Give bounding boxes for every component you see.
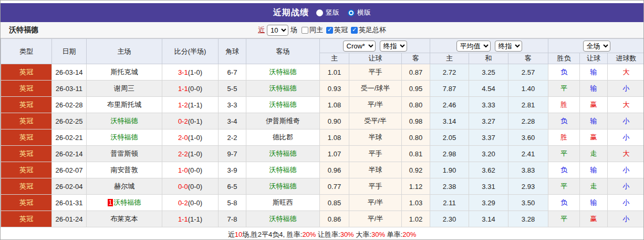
avg-draw: 3.62 bbox=[469, 162, 508, 178]
subcol-result-handicap: 让球 bbox=[580, 53, 608, 64]
recent-count-select[interactable]: 10 bbox=[267, 25, 288, 36]
avg-final-select[interactable]: 终指 bbox=[495, 41, 522, 52]
corner-score: 3-4 bbox=[219, 113, 246, 129]
corner-score: 6-7 bbox=[219, 64, 246, 81]
fulltime-score: 0-2 bbox=[178, 117, 188, 125]
match-score: 3-1(1-0) bbox=[162, 64, 219, 81]
avg-draw: 3.31 bbox=[469, 178, 508, 195]
checkbox-cup[interactable]: 英足总杯 bbox=[351, 25, 386, 35]
subcol-odds-handicap: 让球 bbox=[349, 53, 402, 64]
header-row-selects: 类型 日期 主场 比分(半场) 角球 客场 Crow* 终指 bbox=[1, 39, 644, 53]
match-date: 26-02-14 bbox=[52, 146, 87, 162]
checkbox-cup-icon bbox=[351, 27, 358, 34]
recent-link[interactable]: 近 bbox=[258, 25, 265, 35]
home-team: 1沃特福德 bbox=[87, 195, 162, 211]
controls-bar: 沃特福德 近 10 场 同主英冠英足总杯 bbox=[1, 22, 643, 38]
away-team-name: 沃特福德 bbox=[269, 215, 297, 223]
crow-final-select[interactable]: 终指 bbox=[380, 41, 407, 52]
fulltime-header-group: 全场 bbox=[548, 39, 644, 53]
avg-away: 3.28 bbox=[508, 211, 548, 227]
fulltime-score: 0-2 bbox=[178, 199, 188, 207]
league-badge: 英冠 bbox=[1, 146, 52, 162]
result-handicap: 赢 bbox=[580, 211, 608, 227]
away-team-name: 沃特福德 bbox=[269, 166, 297, 174]
average-header-group: 平均值 终指 bbox=[430, 39, 548, 53]
average-select[interactable]: 平均值 bbox=[456, 41, 491, 52]
team-name: 沃特福德 bbox=[9, 25, 38, 35]
radio-vertical[interactable]: 竖版 bbox=[316, 8, 339, 17]
checkbox-cup-label: 英足总杯 bbox=[359, 25, 386, 35]
home-team-name: 普雷斯顿 bbox=[111, 149, 138, 157]
avg-home: 2.72 bbox=[430, 64, 469, 81]
odds-home: 0.77 bbox=[320, 178, 349, 195]
result-outcome: 平 bbox=[548, 146, 580, 162]
table-row: 英冠26-03-11谢周三1-1(0-0)5-5沃特福德0.93受一/球半0.9… bbox=[1, 81, 644, 97]
summary-part-3: 20% bbox=[302, 231, 316, 238]
home-team: 南安普敦 bbox=[87, 162, 162, 178]
match-date: 26-03-11 bbox=[52, 81, 87, 97]
result-outcome: 负 bbox=[548, 195, 580, 211]
league-badge: 英冠 bbox=[1, 211, 52, 227]
summary-part-7: 30% bbox=[371, 231, 385, 238]
odds-home: 0.85 bbox=[320, 195, 349, 211]
result-outcome: 平 bbox=[548, 211, 580, 227]
fulltime-score: 1-2 bbox=[178, 101, 188, 109]
league-badge: 英冠 bbox=[1, 178, 52, 195]
halftime-score: (1-1) bbox=[188, 215, 202, 223]
fulltime-select[interactable]: 全场 bbox=[583, 41, 610, 52]
home-team-name: 斯托克城 bbox=[111, 68, 138, 76]
radio-horizontal[interactable]: 横版 bbox=[348, 8, 371, 17]
checkbox-same-home[interactable]: 同主 bbox=[302, 25, 323, 35]
corner-score: 3-9 bbox=[219, 162, 246, 178]
avg-home: 2.05 bbox=[430, 129, 469, 146]
corner-score: 7-8 bbox=[219, 211, 246, 227]
home-team-name: 赫尔城 bbox=[114, 182, 134, 190]
avg-draw: 3.20 bbox=[469, 146, 508, 162]
avg-away: 3.50 bbox=[508, 195, 548, 211]
result-outcome: 胜 bbox=[548, 97, 580, 113]
summary-part-8: 单率: bbox=[385, 231, 402, 238]
odds-handicap: 受平/半 bbox=[349, 113, 402, 129]
home-team: 赫尔城 bbox=[87, 178, 162, 195]
avg-away: 2.57 bbox=[508, 64, 548, 81]
result-handicap: 走 bbox=[580, 178, 608, 195]
subcol-result-goals: 进球数 bbox=[608, 53, 644, 64]
match-date: 26-01-24 bbox=[52, 211, 87, 227]
odds-handicap: 平/半 bbox=[349, 195, 402, 211]
corner-score: 5-8 bbox=[219, 195, 246, 211]
home-team: 布里斯托城 bbox=[87, 97, 162, 113]
league-badge: 英冠 bbox=[1, 97, 52, 113]
avg-away: 2.93 bbox=[508, 178, 548, 195]
fulltime-score: 1-0 bbox=[178, 166, 188, 174]
away-team: 沃特福德 bbox=[246, 81, 320, 97]
odds-home: 0.86 bbox=[320, 211, 349, 227]
result-handicap: 输 bbox=[580, 81, 608, 97]
odds-away: 0.95 bbox=[402, 81, 430, 97]
avg-away: 2.28 bbox=[508, 113, 548, 129]
summary-part-9: 20% bbox=[402, 231, 416, 238]
odds-away: 1.12 bbox=[402, 178, 430, 195]
table-row: 英冠26-02-07南安普敦1-0(0-0)3-9沃特福德0.96半球0.921… bbox=[1, 162, 644, 178]
match-score: 2-2(1-0) bbox=[162, 146, 219, 162]
match-score: 0-2(0-1) bbox=[162, 113, 219, 129]
match-date: 26-02-07 bbox=[52, 162, 87, 178]
halftime-score: (0-0) bbox=[188, 166, 202, 174]
checkbox-league[interactable]: 英冠 bbox=[326, 25, 348, 35]
avg-draw: 4.54 bbox=[469, 81, 508, 97]
subcol-odds-away: 客 bbox=[402, 53, 430, 64]
table-row: 英冠26-02-21沃特福德2-0(1-0)2-2德比郡1.08半球0.802.… bbox=[1, 129, 644, 146]
avg-away: 2.81 bbox=[508, 97, 548, 113]
col-header-corner: 角球 bbox=[219, 39, 246, 64]
result-goals: 小 bbox=[608, 211, 644, 227]
home-team-name: 沃特福德 bbox=[111, 117, 138, 125]
bookmaker-select[interactable]: Crow* bbox=[343, 41, 376, 52]
radio-vertical-icon bbox=[316, 9, 323, 16]
match-date: 26-02-28 bbox=[52, 97, 87, 113]
summary-part-4: 让胜率: bbox=[316, 231, 340, 238]
avg-home: 3.14 bbox=[430, 113, 469, 129]
away-team-name: 伊普斯维奇 bbox=[266, 117, 300, 125]
corner-score: 2-2 bbox=[219, 129, 246, 146]
avg-draw: 3.33 bbox=[469, 97, 508, 113]
halftime-score: (1-0) bbox=[188, 68, 202, 76]
match-score: 1-2(1-1) bbox=[162, 97, 219, 113]
